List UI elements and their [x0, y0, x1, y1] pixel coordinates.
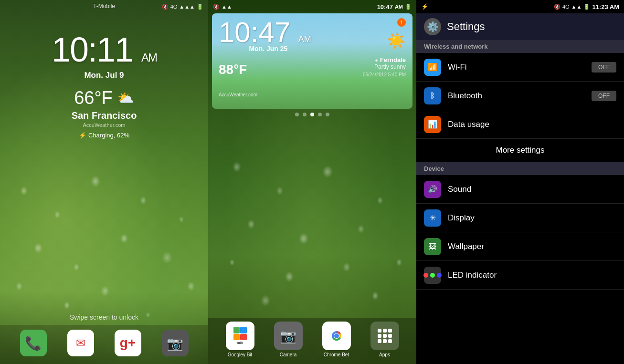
status-bar: T-Mobile 🔇 4G ▲▲▲ 🔋 — [0, 0, 208, 13]
apps-icon[interactable] — [370, 322, 399, 350]
page-dot-2 — [303, 113, 307, 116]
data-usage-label: Data usage — [448, 120, 616, 129]
display-item[interactable]: ✳ Display — [416, 204, 624, 232]
wallpaper-label: Wallpaper — [448, 242, 616, 251]
lock-ampm: AM — [141, 51, 157, 64]
wireless-section-header: Wireless and network — [416, 40, 624, 53]
lock-charging: ⚡ Charging, 62% — [0, 132, 208, 139]
led-green-dot — [430, 273, 435, 278]
widget-time: 10:47 AM — [219, 18, 311, 47]
widget-ampm: AM — [298, 34, 311, 44]
wifi-item[interactable]: 📶 Wi-Fi OFF — [416, 53, 624, 82]
wallpaper-item[interactable]: 🖼 Wallpaper — [416, 232, 624, 261]
led-item[interactable]: LED indicator — [416, 261, 624, 290]
settings-mute-icon: 🔇 — [554, 4, 561, 10]
wallpaper-icon-symbol: 🖼 — [429, 242, 436, 251]
settings-battery-icon: 🔋 — [583, 4, 590, 10]
chrome-label: Chrome Bet — [324, 352, 349, 357]
lock-screen-panel: T-Mobile 🔇 4G ▲▲▲ 🔋 10:11 AM Mon. Jul 9 … — [0, 0, 208, 364]
camera2-icon-symbol: 📷 — [280, 328, 296, 344]
home-signal-icon: ▲▲ — [222, 4, 232, 10]
widget-bottom: 88°F AccuWeather.com ● Ferndale Partly s… — [212, 56, 412, 81]
gmail-icon: ✉ — [76, 336, 85, 350]
display-icon-symbol: ✳ — [430, 213, 436, 222]
bluetooth-icon: ᛒ — [424, 87, 441, 104]
sound-item[interactable]: 🔊 Sound — [416, 175, 624, 204]
settings-network-label: 4G — [562, 4, 570, 10]
phone-icon: 📞 — [25, 335, 42, 351]
sound-icon: 🔊 — [424, 181, 441, 198]
lock-city: San Francisco — [0, 110, 208, 121]
battery-icon: 🔋 — [197, 4, 203, 10]
weather-icon: ⛅ — [117, 90, 134, 106]
lock-content: 10:11 AM Mon. Jul 9 66°F ⛅ San Francisco… — [0, 13, 208, 139]
page-dot-1 — [295, 113, 299, 116]
gmail-dock-icon[interactable]: ✉ — [67, 330, 94, 356]
svg-point-3 — [334, 333, 339, 338]
signal-icon: ▲▲▲ — [179, 4, 195, 10]
camera-dock-item[interactable]: 📷 Camera — [274, 322, 303, 357]
widget-update-time: 06/24/2012 5:40 PM — [363, 72, 406, 77]
home-status-left: 🔇 ▲▲ — [213, 4, 232, 10]
widget-time-value: 10:47 — [219, 16, 290, 48]
mute-icon: 🔇 — [162, 4, 169, 10]
chrome-dock-item[interactable]: Chrome Bet — [322, 322, 351, 357]
home-ampm-display: AM — [395, 4, 403, 10]
apps-dock-item[interactable]: Apps — [370, 322, 399, 357]
widget-notification: 1 — [397, 18, 406, 27]
charging-icon: ⚡ — [79, 132, 86, 139]
google-dock-icon[interactable]: g+ — [115, 330, 141, 356]
bluetooth-toggle[interactable]: OFF — [592, 91, 616, 101]
more-settings-item[interactable]: More settings — [416, 139, 624, 162]
data-usage-item[interactable]: 📊 Data usage — [416, 110, 624, 139]
camera2-icon[interactable]: 📷 — [274, 322, 303, 350]
googley-label: Googley Bit — [228, 352, 253, 357]
wallpaper-icon: 🖼 — [424, 238, 441, 255]
led-dots — [423, 273, 442, 278]
wifi-icon-symbol: 📶 — [428, 62, 437, 72]
widget-temp-section: 88°F AccuWeather.com — [219, 62, 247, 77]
led-blue-dot — [437, 273, 442, 278]
camera-dock-icon[interactable]: 📷 — [162, 330, 189, 356]
lock-time: 10:11 AM — [0, 32, 208, 67]
widget-weather-desc: Partly sunny — [363, 63, 406, 70]
home-status-right: 10:47 AM 🔋 — [377, 3, 412, 10]
wifi-toggle[interactable]: OFF — [592, 62, 616, 73]
home-dock: talk Googley Bit 📷 Camera — [208, 318, 416, 364]
device-section-header: Device — [416, 162, 624, 175]
settings-status-right: 🔇 4G ▲▲ 🔋 11:23 AM — [554, 3, 619, 10]
location-dot-icon: ● — [375, 57, 378, 63]
weather-widget[interactable]: 10:47 AM Mon. Jun 25 1 ☀️ 88°F AccuWeath… — [212, 13, 412, 109]
lock-temp-value: 66°F — [74, 88, 113, 108]
lock-date: Mon. Jul 9 — [0, 71, 208, 80]
lock-accuweather: AccuWeather.com — [0, 122, 208, 128]
bluetooth-item[interactable]: ᛒ Bluetooth OFF — [416, 82, 624, 110]
more-settings-label: More settings — [496, 146, 544, 155]
home-battery-icon: 🔋 — [405, 4, 412, 10]
led-label: LED indicator — [448, 270, 616, 280]
phone-dock-icon[interactable]: 📞 — [20, 330, 47, 356]
googley-dock-item[interactable]: talk Googley Bit — [226, 322, 254, 357]
gear-icon: ⚙️ — [427, 21, 439, 32]
apps-label: Apps — [379, 352, 390, 357]
home-status-bar: 🔇 ▲▲ 10:47 AM 🔋 — [208, 0, 416, 13]
settings-gear-icon: ⚙️ — [424, 18, 441, 35]
settings-status-bar: ⚡ 🔇 4G ▲▲ 🔋 11:23 AM — [416, 0, 624, 13]
page-dot-4 — [318, 113, 322, 116]
led-icon — [424, 267, 441, 284]
bluetooth-label: Bluetooth — [448, 91, 592, 101]
bluetooth-icon-symbol: ᛒ — [430, 92, 435, 100]
widget-right-section: 1 ☀️ — [387, 18, 406, 50]
sound-label: Sound — [448, 185, 616, 194]
page-dot-3 — [310, 113, 314, 116]
googley-icon[interactable]: talk — [226, 322, 254, 350]
display-icon: ✳ — [424, 209, 441, 227]
settings-time: 11:23 AM — [592, 3, 619, 10]
widget-sun: ☀️ — [387, 31, 406, 50]
wifi-label: Wi-Fi — [448, 62, 592, 72]
wifi-icon: 📶 — [424, 59, 441, 76]
widget-top: 10:47 AM Mon. Jun 25 1 ☀️ — [212, 13, 412, 52]
page-indicators — [208, 113, 416, 116]
google-plus-icon: g+ — [120, 335, 136, 351]
chrome-icon[interactable] — [322, 322, 351, 350]
